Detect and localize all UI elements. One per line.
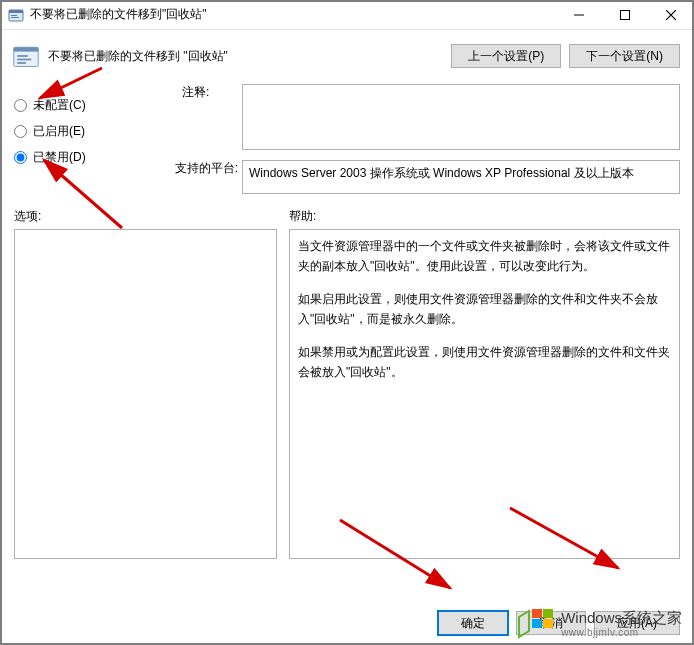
help-paragraph-2: 如果启用此设置，则使用文件资源管理器删除的文件和文件夹不会放入"回收站"，而是被… [298, 289, 671, 330]
options-panel [14, 229, 277, 559]
svg-rect-7 [14, 47, 39, 51]
help-label: 帮助: [289, 208, 680, 225]
svg-rect-3 [11, 17, 19, 18]
titlebar: 不要将已删除的文件移到"回收站" [0, 0, 694, 30]
previous-setting-button[interactable]: 上一个设置(P) [451, 44, 561, 68]
svg-rect-10 [17, 62, 26, 64]
info-fields: 注释: 支持的平台: [182, 84, 680, 194]
svg-rect-4 [574, 14, 584, 15]
close-button[interactable] [648, 0, 694, 30]
radio-not-configured[interactable]: 未配置(C) [14, 92, 174, 118]
radio-disabled-label: 已禁用(D) [33, 149, 86, 166]
comment-label: 注释: [182, 84, 238, 101]
platform-label: 支持的平台: [166, 160, 238, 177]
minimize-button[interactable] [556, 0, 602, 30]
cancel-button[interactable]: 取消 [516, 611, 586, 635]
radio-not-configured-input[interactable] [14, 99, 27, 112]
comment-textarea[interactable] [242, 84, 680, 150]
apply-button[interactable]: 应用(A) [594, 611, 680, 635]
dialog-footer: 确定 取消 应用(A) [438, 611, 680, 635]
next-setting-button[interactable]: 下一个设置(N) [569, 44, 680, 68]
radio-disabled[interactable]: 已禁用(D) [14, 144, 174, 170]
config-grid: 未配置(C) 已启用(E) 已禁用(D) 注释: 支持的平台: [0, 80, 694, 194]
state-radio-group: 未配置(C) 已启用(E) 已禁用(D) [14, 84, 174, 194]
maximize-button[interactable] [602, 0, 648, 30]
svg-rect-2 [11, 15, 17, 16]
radio-not-configured-label: 未配置(C) [33, 97, 86, 114]
ok-button[interactable]: 确定 [438, 611, 508, 635]
svg-rect-8 [17, 55, 28, 57]
radio-enabled-input[interactable] [14, 125, 27, 138]
help-paragraph-1: 当文件资源管理器中的一个文件或文件夹被删除时，会将该文件或文件夹的副本放入"回收… [298, 236, 671, 277]
platform-textarea[interactable] [242, 160, 680, 194]
columns-body: 当文件资源管理器中的一个文件或文件夹被删除时，会将该文件或文件夹的副本放入"回收… [0, 229, 694, 559]
header-row: 不要将已删除的文件移到 "回收站" 上一个设置(P) 下一个设置(N) [0, 30, 694, 80]
svg-rect-9 [17, 59, 31, 61]
app-icon [8, 7, 24, 23]
policy-title: 不要将已删除的文件移到 "回收站" [48, 48, 228, 65]
window-title: 不要将已删除的文件移到"回收站" [30, 6, 207, 23]
help-paragraph-3: 如果禁用或为配置此设置，则使用文件资源管理器删除的文件和文件夹会被放入"回收站"… [298, 342, 671, 383]
options-label: 选项: [14, 208, 277, 225]
radio-disabled-input[interactable] [14, 151, 27, 164]
columns-header: 选项: 帮助: [0, 194, 694, 229]
help-panel: 当文件资源管理器中的一个文件或文件夹被删除时，会将该文件或文件夹的副本放入"回收… [289, 229, 680, 559]
radio-enabled-label: 已启用(E) [33, 123, 85, 140]
svg-rect-1 [9, 10, 23, 13]
svg-rect-5 [621, 10, 630, 19]
policy-icon [10, 40, 42, 72]
radio-enabled[interactable]: 已启用(E) [14, 118, 174, 144]
